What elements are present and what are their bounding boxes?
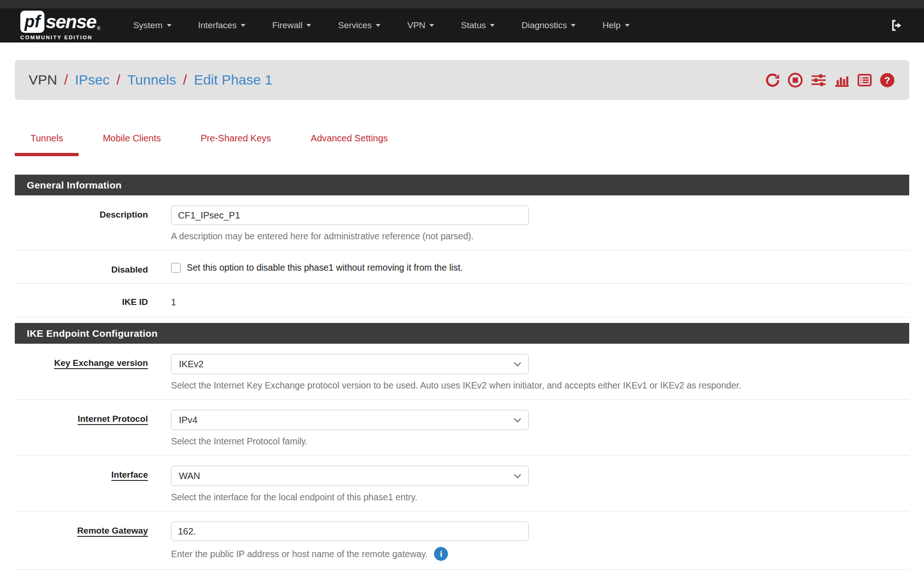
stop-circle-icon[interactable] <box>787 72 803 88</box>
refresh-icon[interactable] <box>765 72 781 88</box>
nav-item-firewall[interactable]: Firewall <box>259 20 324 30</box>
disabled-label: Disabled <box>111 265 148 274</box>
help-circle-icon[interactable]: ? <box>879 72 895 88</box>
section-general-information: General Information Description A descri… <box>15 175 909 317</box>
description-help: A description may be entered here for ad… <box>171 231 909 242</box>
sign-out-icon[interactable] <box>890 18 904 32</box>
pfsense-logo[interactable]: pf sense ® COMMUNITY EDITION <box>20 11 100 40</box>
description-label: Description <box>99 210 148 219</box>
remote-gateway-input[interactable] <box>171 522 529 541</box>
key-exchange-version-select[interactable]: IKEv2 <box>171 354 529 374</box>
caret-down-icon <box>571 24 575 27</box>
caret-down-icon <box>625 24 630 27</box>
nav-item-diagnostics[interactable]: Diagnostics <box>508 20 589 30</box>
remote-gateway-label: Remote Gateway <box>77 526 148 537</box>
nav-item-services[interactable]: Services <box>324 20 394 30</box>
list-icon[interactable] <box>857 72 873 88</box>
form-row-remote-gateway: Remote Gateway Enter the public IP addre… <box>15 511 909 570</box>
chevron-down-icon <box>514 471 521 479</box>
tab-mobile-clients[interactable]: Mobile Clients <box>87 133 177 156</box>
form-row-key-exchange-version: Key Exchange version IKEv2 Select the In… <box>15 344 909 400</box>
breadcrumb-edit-phase-1[interactable]: Edit Phase 1 <box>194 72 272 88</box>
pf-logo-tile: pf <box>20 11 44 33</box>
breadcrumb-ipsec[interactable]: IPsec <box>75 72 110 88</box>
main-navbar: pf sense ® COMMUNITY EDITION System Inte… <box>0 8 924 43</box>
form-row-interface: Interface WAN Select the interface for t… <box>15 456 909 511</box>
svg-text:?: ? <box>884 74 890 85</box>
interface-select[interactable]: WAN <box>171 466 529 486</box>
top-strip <box>0 0 924 8</box>
chevron-down-icon <box>514 359 521 367</box>
breadcrumb: VPN / IPsec / Tunnels / Edit Phase 1 <box>29 72 273 88</box>
brand-name: sense <box>46 12 96 31</box>
ike-id-value: 1 <box>171 293 176 308</box>
interface-help: Select the interface for the local endpo… <box>171 492 909 503</box>
caret-down-icon <box>490 24 495 27</box>
internet-protocol-select[interactable]: IPv4 <box>171 410 529 430</box>
internet-protocol-label: Internet Protocol <box>78 414 148 425</box>
breadcrumb-vpn: VPN <box>29 72 57 88</box>
brand-subtitle: COMMUNITY EDITION <box>20 35 100 40</box>
disabled-checkbox[interactable] <box>171 263 181 273</box>
disabled-checkbox-text: Set this option to disable this phase1 w… <box>187 262 463 273</box>
breadcrumb-panel: VPN / IPsec / Tunnels / Edit Phase 1 <box>15 60 909 100</box>
form-row-description: Description A description may be entered… <box>15 195 909 250</box>
section-title: IKE Endpoint Configuration <box>15 323 909 344</box>
nav-item-interfaces[interactable]: Interfaces <box>185 20 259 30</box>
disabled-checkbox-row: Set this option to disable this phase1 w… <box>171 261 909 273</box>
caret-down-icon <box>241 24 245 27</box>
form-row-ike-id: IKE ID 1 <box>15 284 909 317</box>
interface-label: Interface <box>111 470 148 481</box>
key-exchange-version-help: Select the Internet Key Exchange protoco… <box>171 380 909 391</box>
form-row-disabled: Disabled Set this option to disable this… <box>15 250 909 284</box>
bar-chart-icon[interactable] <box>834 72 850 88</box>
chevron-down-icon <box>514 415 521 423</box>
nav-item-status[interactable]: Status <box>447 20 508 30</box>
nav-item-system[interactable]: System <box>120 20 184 30</box>
caret-down-icon <box>306 24 311 27</box>
key-exchange-version-label: Key Exchange version <box>54 358 148 369</box>
page-action-icons: ? <box>765 72 895 88</box>
ike-id-label: IKE ID <box>122 297 148 307</box>
registered-mark: ® <box>97 26 100 31</box>
form-row-internet-protocol: Internet Protocol IPv4 Select the Intern… <box>15 400 909 456</box>
remote-gateway-help: Enter the public IP address or host name… <box>171 547 909 561</box>
tab-pre-shared-keys[interactable]: Pre-Shared Keys <box>185 133 287 156</box>
nav-item-help[interactable]: Help <box>589 20 643 30</box>
caret-down-icon <box>376 24 380 27</box>
sliders-icon[interactable] <box>810 72 827 88</box>
description-input[interactable] <box>171 206 529 225</box>
breadcrumb-tunnels[interactable]: Tunnels <box>127 72 176 88</box>
tab-tunnels[interactable]: Tunnels <box>15 133 79 156</box>
section-title: General Information <box>15 175 909 195</box>
internet-protocol-help: Select the Internet Protocol family. <box>171 436 909 447</box>
tab-advanced-settings[interactable]: Advanced Settings <box>295 133 404 156</box>
caret-down-icon <box>429 24 434 27</box>
section-ike-endpoint-configuration: IKE Endpoint Configuration Key Exchange … <box>15 323 909 570</box>
nav-item-vpn[interactable]: VPN <box>394 20 447 30</box>
tab-bar: Tunnels Mobile Clients Pre-Shared Keys A… <box>15 133 909 156</box>
caret-down-icon <box>167 24 171 27</box>
info-icon[interactable]: i <box>434 547 448 561</box>
nav-menu: System Interfaces Firewall Services VPN … <box>120 20 643 30</box>
